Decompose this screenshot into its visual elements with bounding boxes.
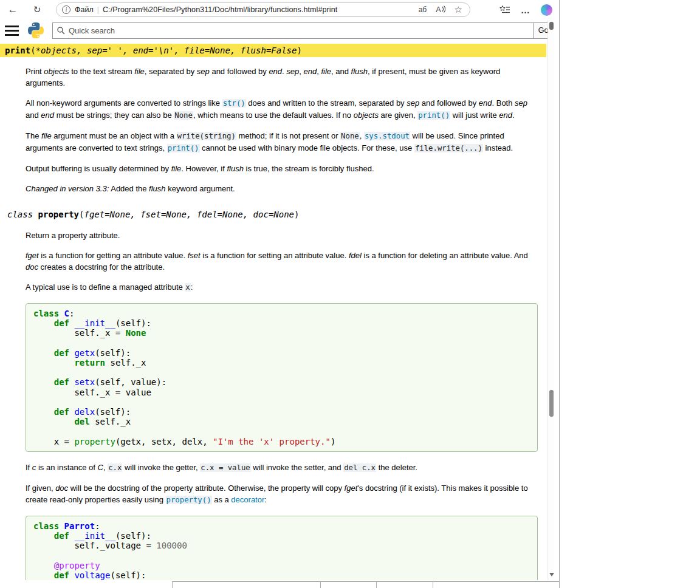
code-token: :	[95, 521, 100, 531]
code-token: :	[69, 309, 74, 318]
code-token: setx	[74, 377, 95, 387]
scroll-down-button[interactable]	[549, 573, 554, 576]
code-token: def	[54, 348, 75, 358]
text-segment: file.write(...)	[414, 144, 483, 152]
doc-paragraph: If given, doc will be the docstring of t…	[26, 482, 541, 506]
browser-toolbar: ← ↻ i Файл | C:/Program%20Files/Python31…	[0, 0, 560, 18]
text-segment: )	[294, 210, 299, 219]
code-token	[33, 417, 74, 426]
text-segment: file	[41, 131, 52, 140]
python-logo-icon[interactable]	[28, 22, 44, 38]
text-segment: end	[269, 67, 282, 76]
text-segment: If	[26, 463, 32, 472]
text-segment: file	[134, 67, 145, 76]
text-segment: ,	[360, 131, 364, 140]
code-token	[33, 570, 54, 580]
doc-content: print(*objects, sep=' ', end='\n', file=…	[0, 43, 547, 588]
code-line: class Parrot:	[33, 521, 530, 531]
code-line: class C:	[33, 309, 530, 318]
bottom-strip	[0, 580, 559, 588]
code-line	[33, 338, 530, 348]
favorites-icon[interactable]	[499, 5, 510, 15]
text-segment: are given,	[379, 111, 417, 120]
docs-search-bar: Go	[0, 18, 560, 43]
text-segment: Return a property attribute.	[26, 231, 120, 240]
search-input[interactable]	[52, 22, 533, 39]
text-segment: as a	[212, 495, 232, 504]
back-icon[interactable]: ←	[5, 2, 21, 17]
link[interactable]: decorator	[231, 495, 264, 504]
scrollbar-thumb[interactable]	[549, 390, 554, 417]
code-line: def voltage(self):	[33, 570, 530, 580]
code-token	[33, 561, 54, 570]
text-segment: sep	[286, 67, 299, 76]
code-token: def	[54, 531, 75, 541]
scrollbar[interactable]	[547, 20, 554, 580]
refresh-icon[interactable]: ↻	[29, 2, 45, 17]
text-segment: will be the docstring of the property at…	[68, 484, 345, 493]
text-segment: doc	[55, 484, 68, 493]
doc-paragraph: The file argument must be an object with…	[26, 130, 541, 154]
property-signature: class property(fget=None, fset=None, fde…	[0, 208, 547, 221]
code-line: return self._x	[33, 358, 530, 368]
code-token: self._x	[95, 417, 131, 426]
code-token: (self):	[110, 570, 146, 580]
link[interactable]: print()	[417, 111, 450, 120]
code-token: def	[54, 570, 75, 580]
code-line: self._x = value	[33, 388, 530, 397]
text-segment: end	[41, 111, 54, 120]
text-segment: will invoke the getter,	[122, 463, 200, 472]
favorite-star-icon[interactable]: ☆	[455, 4, 462, 15]
text-segment: cannot be used with binary mode file obj…	[200, 143, 414, 152]
text-segment: :	[264, 495, 267, 504]
text-segment: class	[7, 210, 38, 219]
bottom-tick	[376, 581, 377, 588]
code-token: getx	[74, 348, 95, 358]
text-segment: instead.	[483, 143, 513, 152]
bottom-tick	[320, 581, 321, 588]
doc-paragraph: Changed in version 3.3: Added the flush …	[26, 183, 541, 194]
address-bar[interactable]: i Файл | C:/Program%20Files/Python311/Do…	[56, 2, 470, 17]
text-segment: None	[174, 111, 193, 120]
code-line	[33, 550, 530, 560]
link[interactable]: property()	[166, 496, 212, 504]
link[interactable]: sys.stdout	[364, 132, 410, 140]
text-segment: method; if it is not present or	[236, 131, 340, 140]
text-segment: objects	[354, 111, 379, 120]
code-line	[33, 397, 530, 407]
code-token: (self):	[95, 348, 131, 358]
text-segment: is a function for setting an attribute v…	[201, 251, 349, 260]
read-aloud-icon[interactable]: A	[436, 5, 445, 14]
copilot-icon[interactable]	[541, 4, 552, 16]
doc-paragraph: If c is an instance of C, c.x will invok…	[26, 462, 541, 474]
link[interactable]: str()	[222, 99, 246, 108]
code-token: Parrot	[64, 521, 95, 531]
translate-icon[interactable]: аб	[419, 5, 427, 14]
code-token: self._x	[33, 388, 115, 397]
link[interactable]: print()	[167, 144, 200, 152]
code-line	[33, 426, 530, 436]
code-token: class	[33, 521, 64, 531]
code-token: (self):	[115, 318, 151, 328]
menu-icon[interactable]	[5, 22, 21, 39]
url-separator: |	[97, 5, 99, 14]
code-token: x	[33, 437, 64, 446]
code-token: =	[115, 388, 126, 397]
code-token: =	[64, 437, 75, 446]
code-token: del	[74, 417, 95, 426]
scroll-up-button[interactable]	[549, 22, 554, 30]
site-info-icon[interactable]: i	[62, 5, 70, 14]
text-segment: will invoke the setter, and	[251, 463, 343, 472]
code-token: voltage	[74, 570, 110, 580]
code-token: def	[54, 407, 75, 417]
text-segment: . Both	[492, 98, 515, 108]
text-segment: write(string)	[177, 132, 236, 140]
text-segment: and	[26, 111, 41, 120]
url-scheme-label: Файл	[75, 5, 94, 14]
code-line: def __init__(self):	[33, 531, 530, 541]
code-line: self._x = None	[33, 328, 530, 338]
code-token: self._voltage	[33, 541, 146, 550]
more-menu-icon[interactable]: …	[521, 5, 530, 15]
doc-paragraph: Return a property attribute.	[26, 230, 541, 241]
code-token: (self, value):	[95, 377, 166, 387]
